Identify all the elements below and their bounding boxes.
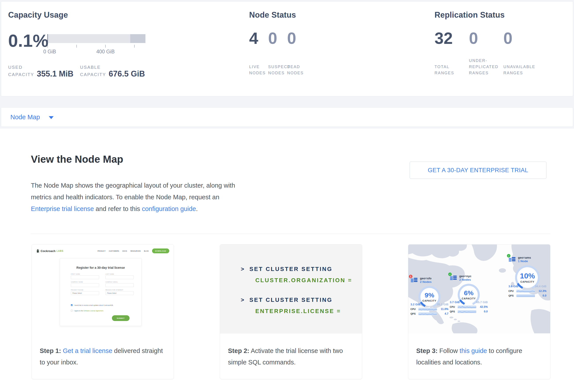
- view-selector-label[interactable]: Node Map: [10, 113, 40, 121]
- mini-site-header: Cockroach LABS PRODUCT CUSTOMERS DOCS RE…: [36, 247, 169, 255]
- cluster-summary-panel: Capacity Usage 0.1% 0 GiB 400 GiB: [1, 1, 573, 96]
- section-divider: [31, 234, 550, 234]
- total-ranges-value: 32: [434, 30, 469, 47]
- step3-card: 1 geo=sfo 2 Nodes: [408, 244, 550, 379]
- checkbox-empty-icon[interactable]: [71, 310, 73, 312]
- submit-button[interactable]: SUBMIT: [112, 315, 129, 321]
- intro-text: and refer to this: [94, 205, 142, 212]
- cockroach-labs-logo: Cockroach LABS: [36, 249, 63, 253]
- capacity-used-value: 3.7 GiB: [450, 300, 460, 304]
- cpu-label: CPU: [450, 306, 456, 308]
- node-status-title: Node Status: [249, 10, 417, 20]
- capacity-usage-title: Capacity Usage: [8, 10, 242, 20]
- mini-site-nav: PRODUCT CUSTOMERS DOCS RESOURCES BLOG DO…: [98, 248, 169, 253]
- nav-item-product[interactable]: PRODUCT: [98, 250, 105, 252]
- healthy-badge-icon: ✓: [448, 273, 452, 276]
- sql-prompt: >: [241, 266, 245, 272]
- suspect-nodes-stat: 0 SUSPECT NODES: [268, 30, 287, 76]
- company-name-input[interactable]: [71, 283, 99, 287]
- nav-item-blog[interactable]: BLOG: [144, 250, 149, 252]
- cockroach-logo-icon: [36, 249, 40, 253]
- capacity-axis-label-mid: 400 GiB: [96, 49, 115, 55]
- usable-capacity-label: USABLE CAPACITY: [80, 64, 106, 78]
- page-title: View the Node Map: [31, 153, 123, 165]
- qps-sparkline: [516, 294, 535, 297]
- sql-setting-license: ENTERPRISE.LICENSE =: [255, 308, 362, 315]
- steps-cards-row: Cockroach LABS PRODUCT CUSTOMERS DOCS RE…: [32, 244, 550, 379]
- last-name-input[interactable]: [105, 275, 134, 279]
- get-trial-license-link[interactable]: Get a trial license: [63, 347, 112, 354]
- live-nodes-value: 4: [249, 30, 268, 47]
- view-selector-dropdown[interactable]: Node Map: [1, 107, 573, 127]
- step1-card: Cockroach LABS PRODUCT CUSTOMERS DOCS RE…: [32, 244, 174, 379]
- live-nodes-stat: 4 LIVE NODES: [249, 30, 268, 76]
- under-replicated-label: UNDER- REPLICATED RANGES: [469, 57, 498, 76]
- unavailable-value: 0: [503, 30, 538, 47]
- company-email-field: COMPANY EMAIL: [105, 281, 134, 287]
- gauge-percent: 10%: [520, 272, 535, 280]
- qps-label: QPS: [509, 294, 515, 297]
- nav-item-docs[interactable]: DOCS: [123, 250, 127, 252]
- capacity-total-value: 35.1 GiB: [437, 303, 449, 306]
- gauge-capacity-label: CAPACITY: [422, 299, 436, 302]
- capacity-axis-label-start: 0 GiB: [43, 49, 56, 55]
- chevron-down-icon: [49, 116, 54, 119]
- configuration-guide-link[interactable]: configuration guide: [142, 205, 196, 212]
- locality-node-count: 1 Node: [518, 260, 531, 263]
- locality-name: geo=sfo: [420, 277, 432, 280]
- capacity-bar: 0 GiB 400 GiB: [47, 34, 145, 50]
- cpu-label: CPU: [509, 290, 515, 292]
- enterprise-trial-license-link[interactable]: Enterprise trial license: [31, 205, 94, 212]
- gauge-percent: 6%: [464, 290, 473, 296]
- sql-command: SET CLUSTER SETTING: [249, 266, 332, 272]
- this-guide-link[interactable]: this guide: [460, 347, 487, 354]
- replication-status-title: Replication Status: [434, 10, 567, 20]
- cpu-sparkline: [418, 308, 437, 311]
- capacity-bar-track: [47, 34, 145, 43]
- first-name-input[interactable]: [71, 275, 99, 279]
- used-capacity-label: USED CAPACITY: [8, 64, 34, 78]
- reason-select[interactable]: Please Select: [105, 291, 134, 295]
- license-agreement-checkbox-row[interactable]: I agree to the Software License Agreemen…: [71, 310, 113, 312]
- dead-nodes-stat: 0 DEAD NODES: [287, 30, 316, 76]
- intro-text: .: [196, 205, 198, 212]
- nav-item-resources[interactable]: RESOURCES: [130, 250, 141, 252]
- intro-description: The Node Map shows the geographical layo…: [31, 180, 241, 215]
- sql-commands-illustration: >SET CLUSTER SETTING CLUSTER.ORGANIZATIO…: [220, 244, 362, 334]
- database-nodes-icon: ✓: [450, 275, 457, 281]
- locality-node-count: 2 Nodes: [459, 278, 472, 281]
- nav-item-customers[interactable]: CUSTOMERS: [109, 250, 119, 252]
- qps-sparkline: [418, 312, 437, 315]
- suspect-nodes-value: 0: [268, 30, 287, 47]
- qps-sparkline: [458, 310, 476, 313]
- email-updates-checkbox-row[interactable]: I would like to receive email updates ab…: [71, 304, 113, 306]
- database-nodes-icon: ✓: [509, 256, 516, 262]
- last-name-field: LAST NAME: [105, 273, 134, 279]
- qps-label: QPS: [410, 312, 417, 315]
- capacity-percent: 0.1%: [8, 32, 47, 50]
- error-badge: 1: [409, 275, 412, 278]
- checkbox-checked-icon[interactable]: [71, 304, 73, 306]
- capacity-usage-section: Capacity Usage 0.1% 0 GiB 400 GiB: [8, 10, 242, 78]
- locality-name: geo=nyc: [459, 275, 472, 278]
- company-email-input[interactable]: [105, 283, 134, 287]
- qps-label: QPS: [450, 310, 456, 313]
- geo-cluster-nyc: ✓ geo=nyc 2 Nodes: [449, 275, 488, 313]
- qps-value: 0.0: [537, 294, 546, 297]
- form-title: Register for a 30-day trial license: [60, 266, 141, 269]
- locality-name: geo=ams: [518, 256, 531, 260]
- unavailable-label: UNAVAILABLE RANGES: [503, 64, 535, 76]
- gauge-percent: 9%: [425, 292, 434, 299]
- qps-value: 0.0: [478, 310, 488, 313]
- live-nodes-label: LIVE NODES: [249, 64, 266, 76]
- software-license-agreement-link[interactable]: Software License Agreement.: [83, 310, 103, 312]
- geo-cluster-ams: ✓ geo=ams 1 Node: [508, 256, 547, 297]
- cluster-overview-page: Capacity Usage 0.1% 0 GiB 400 GiB: [0, 0, 574, 392]
- database-nodes-icon: 1: [410, 277, 418, 283]
- download-button[interactable]: DOWNLOAD: [152, 248, 169, 253]
- locality-node-count: 2 Nodes: [420, 280, 432, 284]
- project-phase-select[interactable]: Please Select: [71, 291, 99, 295]
- usable-capacity-value: 676.5 GiB: [109, 70, 145, 78]
- get-enterprise-trial-button[interactable]: GET A 30-DAY ENTERPRISE TRIAL: [410, 162, 546, 179]
- capacity-bar-used-segment: [47, 34, 48, 43]
